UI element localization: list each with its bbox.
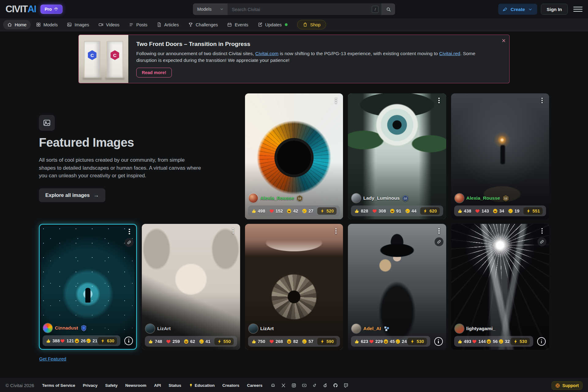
username[interactable]: Alexia_Rousse [466,195,500,201]
username[interactable]: Alexia_Rousse [260,195,294,201]
username[interactable]: Lady_Luminous [363,195,400,201]
buzz-tip-button[interactable]: 551 [523,207,543,215]
laugh-reaction-button[interactable]: 45 [383,339,395,344]
nav-item-videos[interactable]: Videos [94,20,123,29]
footer-link-api[interactable]: API [154,383,161,388]
nav-item-posts[interactable]: Posts [125,20,151,29]
reddit-icon[interactable] [322,383,328,388]
heart-reaction-button[interactable]: 144 [472,339,486,344]
cry-reaction-button[interactable]: 57 [302,339,313,344]
laugh-reaction-button[interactable]: 42 [287,209,298,213]
explore-all-images-button[interactable]: Explore all images → [39,188,105,202]
heart-reaction-button[interactable]: 152 [269,209,283,213]
read-more-button[interactable]: Read more! [136,68,172,77]
cry-reaction-button[interactable]: 19 [508,209,519,213]
x-icon[interactable] [281,383,286,388]
like-reaction-button[interactable]: 388 [46,338,60,343]
like-reaction-button[interactable]: 498 [251,209,265,213]
avatar[interactable] [145,324,155,333]
cry-reaction-button[interactable]: 21 [86,338,97,343]
buzz-tip-button[interactable]: 550 [214,338,234,345]
image-card[interactable]: LizArt 750 268 82 57 590 [245,224,343,350]
tiktok-icon[interactable] [312,383,317,388]
like-reaction-button[interactable]: 493 [458,339,471,344]
footer-link-status[interactable]: Status [169,383,181,388]
search-button[interactable] [382,3,395,15]
buzz-tip-button[interactable]: 520 [317,207,337,215]
like-reaction-button[interactable]: 748 [148,339,162,344]
pro-badge-button[interactable]: Pro [40,5,62,14]
civitai-red-link[interactable]: Civitai.red [439,51,460,56]
image-card[interactable]: Alexia_Rousse 438 143 34 19 551 [451,93,549,219]
heart-reaction-button[interactable]: 308 [372,209,386,213]
kebab-menu-icon[interactable] [331,226,341,236]
laugh-reaction-button[interactable]: 91 [390,209,401,213]
like-reaction-button[interactable]: 828 [354,209,368,213]
cry-reaction-button[interactable]: 44 [405,209,417,213]
create-button[interactable]: Create [498,4,537,15]
buzz-tip-button[interactable]: 530 [407,338,427,345]
footer-link-creators[interactable]: Creators [222,383,239,388]
avatar[interactable] [455,194,464,203]
footer-link-terms-of-service[interactable]: Terms of Service [42,383,75,388]
buzz-tip-button[interactable]: 530 [511,338,530,345]
kebab-menu-icon[interactable] [228,226,238,236]
username[interactable]: Cinnadust [55,325,78,331]
nav-item-models[interactable]: Models [32,20,62,29]
civitai-logo[interactable]: CIVITAI [6,4,36,15]
copy-link-icon[interactable] [537,237,546,246]
laugh-reaction-button[interactable]: 56 [486,339,498,344]
username[interactable]: LizArt [157,326,171,331]
nav-item-challenges[interactable]: Challenges [184,20,222,29]
cry-reaction-button[interactable]: 24 [395,339,407,344]
kebab-menu-icon[interactable] [435,226,444,236]
avatar[interactable] [249,194,258,203]
like-reaction-button[interactable]: 750 [251,339,265,344]
instagram-icon[interactable] [291,383,296,388]
laugh-reaction-button[interactable]: 62 [184,339,195,344]
image-card[interactable]: lightyagami_ 493 144 56 32 530 [451,224,549,350]
kebab-menu-icon[interactable] [331,96,341,105]
hamburger-menu-icon[interactable] [573,5,582,14]
image-card[interactable]: LizArt 748 259 62 41 550 [142,224,240,350]
image-card[interactable]: Lady_Luminous 828 308 91 44 620 [348,93,446,219]
buzz-tip-button[interactable]: 590 [317,338,337,345]
kebab-menu-icon[interactable] [125,227,134,236]
image-card[interactable]: Alexia_Rousse 498 152 42 27 520 [245,93,343,219]
cry-reaction-button[interactable]: 32 [499,339,510,344]
sign-in-button[interactable]: Sign In [541,4,568,15]
footer-link-careers[interactable]: Careers [247,383,262,388]
info-icon[interactable] [434,337,443,346]
nav-item-updates[interactable]: Updates [254,20,292,29]
nav-item-home[interactable]: Home [3,20,31,29]
nav-item-articles[interactable]: Articles [153,20,183,29]
nav-item-images[interactable]: Images [63,20,93,29]
kebab-menu-icon[interactable] [537,226,547,236]
avatar[interactable] [43,323,52,333]
kebab-menu-icon[interactable] [435,96,444,105]
footer-link-newsroom[interactable]: Newsroom [125,383,146,388]
nav-item-events[interactable]: Events [223,20,252,29]
search-category-select[interactable]: Models [193,3,228,15]
twitch-icon[interactable] [343,383,349,388]
copy-link-icon[interactable] [435,237,443,246]
laugh-reaction-button[interactable]: 34 [493,209,504,213]
heart-reaction-button[interactable]: 143 [475,209,489,213]
avatar[interactable] [352,324,361,333]
heart-reaction-button[interactable]: 229 [369,339,383,344]
kebab-menu-icon[interactable] [537,96,547,105]
footer-link-privacy[interactable]: Privacy [83,383,97,388]
civitai-com-link[interactable]: Civitai.com [255,51,279,56]
buzz-tip-button[interactable]: 630 [98,337,117,345]
info-icon[interactable] [537,337,546,346]
cry-reaction-button[interactable]: 27 [302,209,313,213]
youtube-icon[interactable] [302,383,307,388]
heart-reaction-button[interactable]: 259 [166,339,180,344]
footer-link-safety[interactable]: Safety [105,383,118,388]
laugh-reaction-button[interactable]: 26 [74,338,86,343]
cry-reaction-button[interactable]: 41 [199,339,210,344]
github-icon[interactable] [333,383,338,388]
heart-reaction-button[interactable]: 268 [269,339,283,344]
laugh-reaction-button[interactable]: 82 [287,339,298,344]
like-reaction-button[interactable]: 623 [354,339,368,344]
